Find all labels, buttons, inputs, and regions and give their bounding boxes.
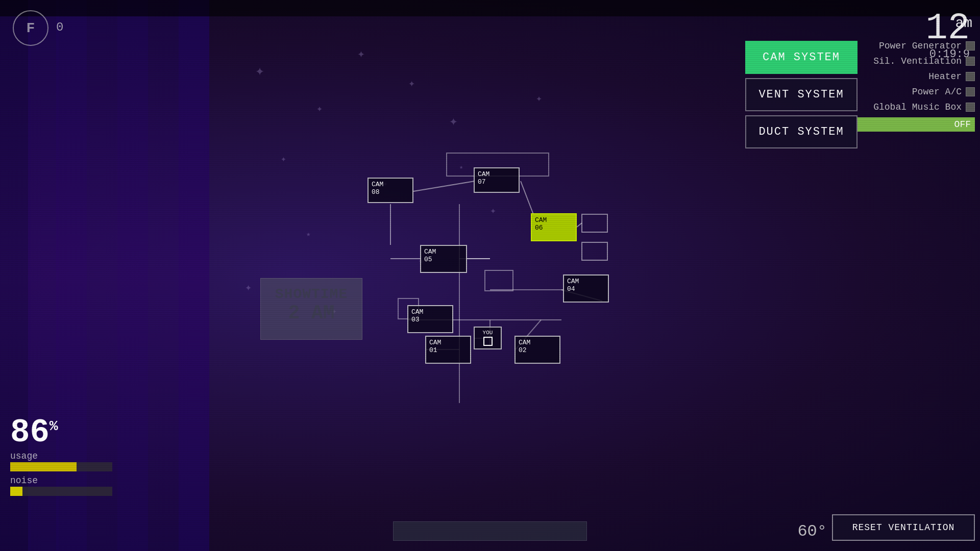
vent-system-button[interactable]: VENT SYSTEM (745, 78, 857, 111)
stats-panel: 86% usage noise (10, 416, 112, 500)
fps-logo: F (13, 10, 48, 46)
power-percent: 86% (10, 416, 112, 449)
toggle-row-power-ac[interactable]: Power A/C (857, 87, 975, 97)
you-indicator: YOU (474, 327, 502, 349)
duct-system-button[interactable]: DUCT SYSTEM (745, 115, 857, 148)
cam-node-05[interactable]: CAM05 (420, 245, 467, 273)
music-box-label: Global Music Box (873, 102, 962, 112)
coin-value: 0 (56, 20, 63, 34)
reset-vent-label: RESET VENTILATION (852, 522, 955, 533)
svg-rect-3 (582, 214, 607, 232)
cam-node-02[interactable]: CAM02 (514, 336, 560, 364)
camera-map: CAM08 CAM07 CAM06 CAM05 CAM04 CAM03 YOU … (332, 148, 638, 403)
toggle-row-sil-vent[interactable]: Sil. Ventilation (857, 56, 975, 66)
svg-line-2 (521, 181, 533, 214)
cam-node-03[interactable]: CAM03 (407, 305, 453, 333)
svg-rect-12 (485, 270, 513, 291)
cam-node-08[interactable]: CAM08 (368, 178, 413, 203)
cam-system-button[interactable]: CAM SYSTEM (745, 41, 857, 74)
heater-label: Heater (928, 71, 962, 82)
right-toggles-panel: Power Generator Sil. Ventilation Heater … (857, 41, 975, 132)
toggle-row-music-box[interactable]: Global Music Box (857, 102, 975, 112)
sil-vent-label: Sil. Ventilation (873, 56, 962, 66)
svg-line-4 (577, 223, 582, 227)
noise-bar-fill (10, 487, 22, 496)
noise-label: noise (10, 475, 112, 486)
off-indicator-bar: OFF (857, 117, 975, 132)
toggle-row-power-gen[interactable]: Power Generator (857, 41, 975, 51)
power-gen-label: Power Generator (879, 41, 962, 51)
time-suffix: am (955, 15, 972, 31)
degree-display: 60° (797, 522, 827, 541)
topbar (0, 0, 980, 16)
power-ac-indicator (966, 87, 975, 96)
heater-indicator (966, 72, 975, 81)
bottom-center-bar (393, 521, 587, 541)
music-box-indicator (966, 103, 975, 112)
cam-node-04[interactable]: CAM04 (563, 274, 609, 303)
sil-vent-indicator (966, 57, 975, 66)
usage-bar (10, 462, 112, 471)
reset-ventilation-button[interactable]: RESET VENTILATION (832, 514, 975, 541)
percent-unit: % (50, 418, 58, 434)
noise-bar (10, 487, 112, 496)
svg-rect-5 (582, 242, 607, 260)
system-buttons-panel: CAM SYSTEM VENT SYSTEM DUCT SYSTEM (745, 41, 857, 153)
svg-line-0 (413, 181, 475, 191)
fps-letter: F (27, 20, 35, 36)
power-ac-label: Power A/C (912, 87, 962, 97)
degree-symbol: ° (817, 522, 827, 541)
usage-bar-fill (10, 462, 77, 471)
cam-node-01[interactable]: CAM01 (425, 336, 471, 364)
coin-counter: 0 (56, 20, 63, 34)
cam-node-06[interactable]: CAM06 (531, 213, 577, 241)
toggle-row-heater[interactable]: Heater (857, 71, 975, 82)
usage-label: usage (10, 451, 112, 461)
cam-node-07[interactable]: CAM07 (474, 167, 520, 193)
power-gen-indicator (966, 41, 975, 51)
degree-value: 60 (797, 522, 817, 541)
off-label: OFF (954, 119, 971, 130)
